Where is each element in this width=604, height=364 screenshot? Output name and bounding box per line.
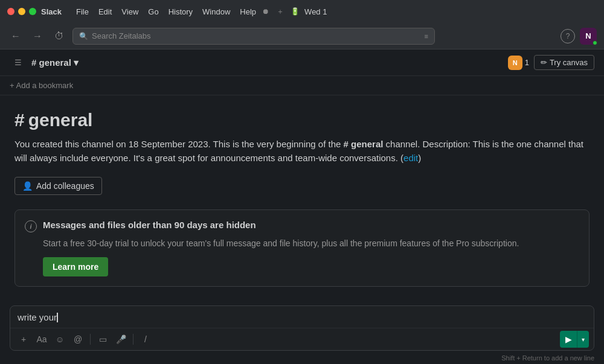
forward-button[interactable]: →	[29, 28, 46, 45]
learn-more-button[interactable]: Learn more	[43, 257, 108, 276]
microphone-button[interactable]: 🎤	[112, 331, 129, 348]
menu-bar: File Edit View Go History Window Help	[76, 7, 256, 16]
description-bold: # general	[344, 139, 384, 149]
message-input-field[interactable]: write your	[18, 312, 586, 322]
question-icon: ?	[566, 32, 570, 40]
menu-edit[interactable]: Edit	[98, 7, 112, 16]
send-group: ▶ ▾	[560, 331, 589, 348]
clock-icon: ⏱	[54, 31, 64, 42]
toolbar: ← → ⏱ 🔍 Search Zeitalabs ≡ ? N	[0, 23, 604, 49]
microphone-icon: 🎤	[116, 334, 126, 344]
maximize-button[interactable]	[29, 8, 36, 15]
format-text-icon: Aa	[36, 334, 47, 344]
forward-arrow-icon: →	[33, 31, 42, 42]
add-bookmark-button[interactable]: + Add a bookmark	[10, 81, 73, 90]
channel-title: # general	[14, 110, 590, 130]
channel-title-text: general	[28, 110, 93, 130]
channel-name-text: # general	[31, 57, 71, 68]
filter-icon: ≡	[425, 33, 428, 40]
menu-view[interactable]: View	[121, 7, 138, 16]
mention-icon: @	[74, 334, 82, 344]
text-cursor	[57, 313, 58, 322]
menu-file[interactable]: File	[76, 7, 89, 16]
app-name: Slack	[41, 7, 62, 16]
user-avatar[interactable]: N	[580, 28, 597, 45]
add-colleagues-button[interactable]: 👤 Add colleagues	[14, 177, 102, 195]
member-count: 1	[525, 58, 529, 67]
toolbar-divider-2	[133, 334, 133, 345]
back-button[interactable]: ←	[7, 28, 24, 45]
message-input-box: write your + Aa ☺ @ ▭ 🎤	[10, 305, 594, 351]
traffic-lights	[7, 8, 36, 15]
mention-button[interactable]: @	[69, 331, 86, 348]
plus-icon: ＋	[275, 7, 285, 16]
member-avatars[interactable]: N 1	[508, 56, 529, 70]
status-dot	[593, 40, 597, 45]
send-chevron-icon: ▾	[582, 336, 585, 343]
search-placeholder: Search Zeitalabs	[92, 31, 151, 40]
add-button[interactable]: +	[15, 331, 32, 348]
add-bookmark-label: + Add a bookmark	[10, 81, 73, 90]
channel-header: ☰ # general ▾ N 1 ✏ Try canvas	[0, 49, 604, 76]
history-button[interactable]: ⏱	[51, 28, 68, 45]
record-icon: ⏺	[261, 7, 271, 16]
slash-icon: /	[144, 334, 147, 344]
plus-icon: +	[21, 334, 26, 344]
video-icon: ▭	[99, 334, 107, 344]
member-avatar: N	[508, 56, 522, 70]
menu-help[interactable]: Help	[240, 7, 256, 16]
info-icon: i	[25, 220, 37, 232]
emoji-icon: ☺	[56, 334, 64, 344]
slash-command-button[interactable]: /	[137, 331, 154, 348]
emoji-button[interactable]: ☺	[51, 331, 68, 348]
bookmark-bar: + Add a bookmark	[0, 76, 604, 95]
info-box-header: i Messages and files older than 90 days …	[25, 220, 579, 232]
close-button[interactable]	[7, 8, 14, 15]
channel-name[interactable]: # general ▾	[31, 57, 79, 68]
info-box-body: Start a free 30-day trial to unlock your…	[25, 237, 579, 250]
menu-go[interactable]: Go	[148, 7, 158, 16]
sidebar-toggle-button[interactable]: ☰	[10, 54, 27, 71]
send-button[interactable]: ▶	[560, 331, 577, 348]
channel-header-right: N 1 ✏ Try canvas	[508, 55, 594, 70]
canvas-icon: ✏	[541, 58, 547, 67]
description-text-1: You created this channel on 18 September…	[14, 139, 341, 149]
video-button[interactable]: ▭	[94, 331, 111, 348]
message-toolbar: + Aa ☺ @ ▭ 🎤 / ▶	[10, 328, 594, 350]
edit-link[interactable]: edit	[403, 153, 418, 163]
format-text-button[interactable]: Aa	[33, 331, 50, 348]
toolbar-divider	[90, 334, 91, 345]
battery-icon: 🔋	[290, 7, 300, 16]
search-icon: 🔍	[79, 32, 88, 40]
menu-window[interactable]: Window	[202, 7, 230, 16]
main-content: # general You created this channel on 18…	[0, 95, 604, 301]
info-box: i Messages and files older than 90 days …	[14, 209, 590, 287]
channel-hash-symbol: #	[14, 110, 25, 130]
channel-description: You created this channel on 18 September…	[14, 138, 590, 165]
add-colleagues-label: Add colleagues	[36, 181, 94, 191]
send-options-button[interactable]: ▾	[577, 331, 589, 348]
toolbar-right: ? N	[561, 28, 597, 45]
add-person-icon: 👤	[22, 181, 33, 191]
send-icon: ▶	[565, 334, 572, 344]
message-input-area: write your + Aa ☺ @ ▭ 🎤	[0, 301, 604, 353]
minimize-button[interactable]	[18, 8, 25, 15]
back-arrow-icon: ←	[11, 31, 21, 42]
keyboard-hint: Shift + Return to add a new line	[0, 353, 604, 364]
message-input-text: write your	[18, 312, 57, 322]
titlebar-right: ⏺ ＋ 🔋 Wed 1	[261, 7, 327, 16]
titlebar-date: Wed 1	[304, 7, 327, 16]
message-input-top[interactable]: write your	[10, 306, 594, 328]
search-bar[interactable]: 🔍 Search Zeitalabs ≡	[72, 28, 435, 45]
menu-history[interactable]: History	[169, 7, 193, 16]
help-button[interactable]: ?	[561, 29, 575, 43]
sidebar-icon: ☰	[14, 58, 22, 67]
chevron-down-icon: ▾	[74, 57, 79, 68]
info-box-title: Messages and files older than 90 days ar…	[43, 220, 256, 230]
try-canvas-button[interactable]: ✏ Try canvas	[534, 55, 594, 70]
titlebar: Slack File Edit View Go History Window H…	[0, 0, 604, 23]
